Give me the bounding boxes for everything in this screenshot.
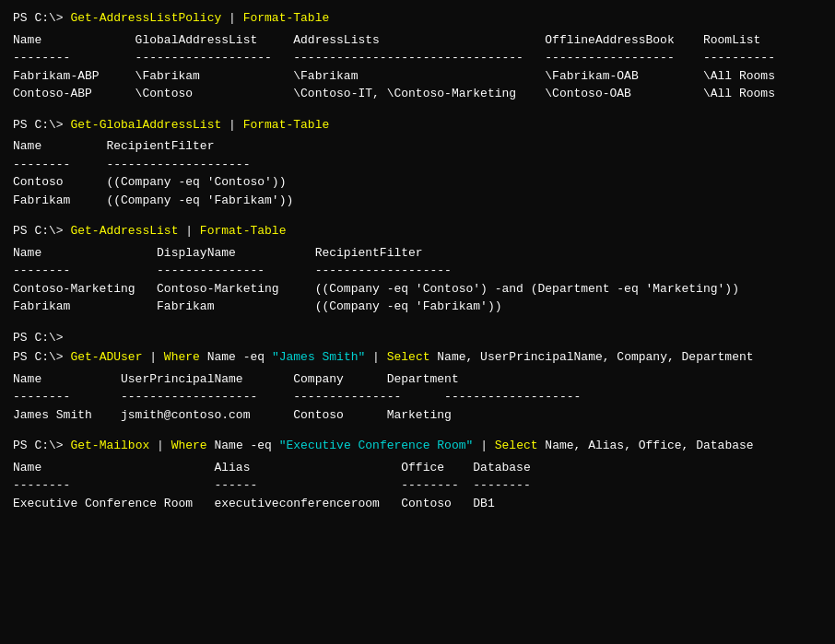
table-aduser: Name UserPrincipalName Company Departmen… [13, 370, 822, 425]
table-mailbox: Name Alias Office Database -------- ----… [13, 459, 822, 513]
cmd-format-table-1: Format-Table [243, 11, 330, 25]
prompt-line-3: PS C:\> Get-AddressList | Format-Table [13, 222, 822, 240]
prompt-text-3: PS C:\> [13, 224, 70, 238]
terminal-container: PS C:\> Get-AddressListPolicy | Format-T… [13, 9, 822, 512]
table-content-2: Name RecipientFilter -------- ----------… [13, 137, 822, 209]
cmd-where-mailbox: Where [171, 439, 207, 452]
cmd-select-aduser: Select [387, 350, 430, 364]
table-content-1: Name GlobalAddressList AddressLists Offl… [13, 31, 822, 103]
cmd-get-mailbox: Get-Mailbox [70, 439, 149, 452]
prompt-text-4: PS C:\> [13, 350, 70, 364]
table-addresslist: Name DisplayName RecipientFilter -------… [13, 244, 822, 316]
prompt-text-2: PS C:\> [13, 118, 70, 132]
prompt-line-5: PS C:\> Get-Mailbox | Where Name -eq "Ex… [13, 437, 822, 455]
prompt-line-1: PS C:\> Get-AddressListPolicy | Format-T… [13, 9, 822, 28]
cmd-select-mailbox: Select [495, 439, 538, 452]
section-mailbox: PS C:\> Get-Mailbox | Where Name -eq "Ex… [13, 437, 822, 512]
cmd-format-table-3: Format-Table [200, 224, 287, 238]
blank-prompt: PS C:\> [13, 331, 64, 345]
cmd-get-addresslist: Get-AddressList [70, 224, 178, 238]
table-addresslistpolicy: Name GlobalAddressList AddressLists Offl… [13, 31, 822, 103]
prompt-text-5: PS C:\> [13, 439, 70, 452]
cmd-get-addresslistpolicy: Get-AddressListPolicy [70, 11, 221, 25]
table-globaladdresslist: Name RecipientFilter -------- ----------… [13, 137, 822, 209]
cmd-format-table-2: Format-Table [243, 118, 330, 132]
section-aduser: PS C:\> PS C:\> Get-ADUser | Where Name … [13, 329, 822, 425]
blank-prompt-line: PS C:\> [13, 329, 822, 347]
exec-conf-room-value: "Executive Conference Room" [279, 439, 474, 452]
prompt-line-2: PS C:\> Get-GlobalAddressList | Format-T… [13, 116, 822, 135]
table-content-5: Name Alias Office Database -------- ----… [13, 459, 822, 513]
section-addresslist: PS C:\> Get-AddressList | Format-Table N… [13, 222, 822, 316]
section-addresslistpolicy: PS C:\> Get-AddressListPolicy | Format-T… [13, 9, 822, 103]
table-content-4: Name UserPrincipalName Company Departmen… [13, 370, 822, 425]
prompt-text: PS C:\> [13, 11, 70, 25]
cmd-get-globaladdresslist: Get-GlobalAddressList [70, 118, 221, 132]
section-globaladdresslist: PS C:\> Get-GlobalAddressList | Format-T… [13, 116, 822, 210]
james-smith-value: "James Smith" [272, 350, 365, 364]
cmd-where-aduser: Where [164, 350, 200, 364]
table-content-3: Name DisplayName RecipientFilter -------… [13, 244, 822, 316]
cmd-get-aduser: Get-ADUser [70, 350, 142, 364]
prompt-line-4: PS C:\> Get-ADUser | Where Name -eq "Jam… [13, 348, 822, 367]
